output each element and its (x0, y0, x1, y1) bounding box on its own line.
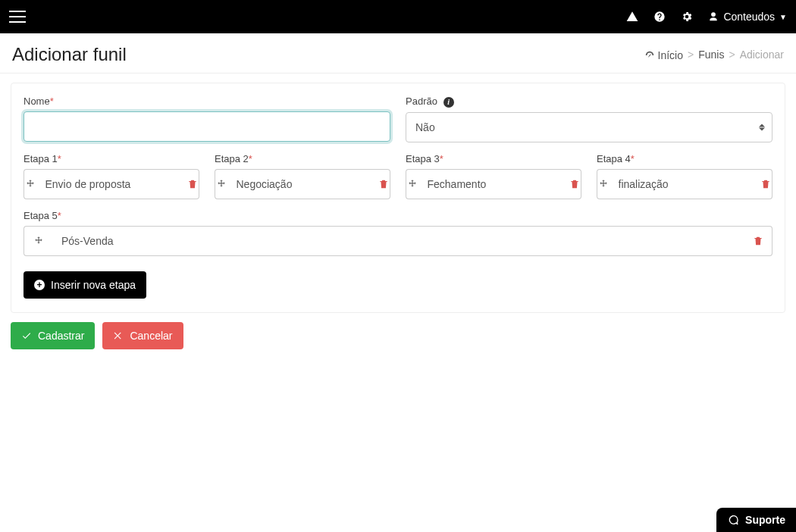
breadcrumb-level1[interactable]: Funis (698, 49, 724, 61)
drag-handle-icon[interactable] (215, 169, 227, 199)
settings-icon[interactable] (681, 11, 693, 23)
stage-input[interactable] (227, 169, 378, 199)
close-icon (113, 330, 124, 341)
topbar: Conteudos ▼ (0, 0, 796, 33)
breadcrumb: Início > Funis > Adicionar (644, 49, 784, 61)
stage-input[interactable] (610, 169, 760, 199)
cancel-button[interactable]: Cancelar (102, 322, 183, 349)
submit-button[interactable]: Cadastrar (11, 322, 95, 349)
delete-stage-button[interactable] (760, 169, 773, 199)
info-icon[interactable]: i (443, 97, 454, 108)
stage-input[interactable] (52, 226, 744, 256)
stage-label: Etapa 2* (215, 153, 390, 164)
page-header: Adicionar funil Início > Funis > Adicion… (0, 33, 796, 74)
breadcrumb-sep: > (688, 49, 694, 61)
default-select[interactable]: Não (406, 112, 772, 142)
drag-handle-icon[interactable] (24, 226, 52, 256)
name-input[interactable] (24, 111, 390, 142)
stage-label: Etapa 4* (597, 153, 772, 164)
delete-stage-button[interactable] (744, 226, 772, 256)
drag-handle-icon[interactable] (24, 169, 36, 199)
stage-label: Etapa 3* (406, 153, 581, 164)
delete-stage-button[interactable] (378, 169, 391, 199)
dashboard-icon (644, 50, 655, 61)
stage-input[interactable] (418, 169, 569, 199)
help-icon[interactable] (653, 11, 666, 23)
check-icon (21, 330, 32, 341)
drag-handle-icon[interactable] (406, 169, 418, 199)
menu-toggle-button[interactable] (9, 11, 26, 23)
stage-label: Etapa 5* (24, 210, 772, 221)
breadcrumb-sep: > (729, 49, 735, 61)
topbar-right: Conteudos ▼ (626, 11, 787, 23)
plus-circle-icon: + (34, 280, 45, 290)
user-menu[interactable]: Conteudos ▼ (708, 11, 787, 23)
form-actions: Cadastrar Cancelar (0, 322, 796, 360)
add-stage-button[interactable]: + Inserir nova etapa (24, 271, 146, 299)
delete-stage-button[interactable] (187, 169, 200, 199)
alert-icon[interactable] (626, 11, 638, 23)
breadcrumb-home[interactable]: Início (644, 49, 683, 61)
stage-label: Etapa 1* (24, 153, 199, 164)
delete-stage-button[interactable] (569, 169, 582, 199)
page-title: Adicionar funil (12, 44, 127, 65)
user-label: Conteudos (723, 11, 775, 23)
drag-handle-icon[interactable] (597, 169, 610, 199)
default-label: Padrão i (406, 95, 772, 108)
caret-down-icon: ▼ (779, 13, 787, 21)
name-label: Nome* (24, 95, 390, 107)
stage-input[interactable] (36, 169, 187, 199)
form-panel: Nome* Padrão i Não Etapa 1* (11, 83, 785, 313)
breadcrumb-current: Adicionar (740, 49, 784, 61)
